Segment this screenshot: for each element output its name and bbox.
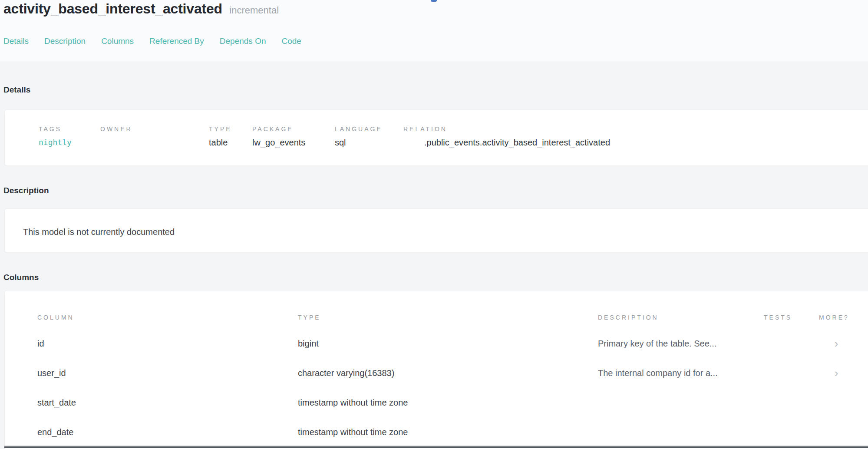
column-row-start-date[interactable]: start_date timestamp without time zone [5, 388, 868, 417]
columns-table-header: COLUMN TYPE DESCRIPTION TESTS MORE? [5, 312, 868, 323]
tab-columns[interactable]: Columns [101, 36, 134, 46]
package-label: PACKAGE [252, 125, 335, 132]
chevron-right-icon[interactable]: › [819, 369, 867, 377]
tab-description[interactable]: Description [44, 36, 86, 46]
tab-depends-on[interactable]: Depends On [220, 36, 266, 46]
details-card: TAGS nightly OWNER TYPE table PACKAGE lw… [4, 109, 868, 166]
model-type-badge: incremental [229, 5, 279, 16]
tab-referenced-by[interactable]: Referenced By [149, 36, 204, 46]
description-section-heading: Description [3, 186, 49, 195]
column-description: The internal company id for a... [598, 368, 764, 378]
detail-field-package: PACKAGE lw_go_events [252, 125, 335, 165]
title-row: activity_based_interest_activated increm… [3, 1, 279, 17]
column-row-end-date[interactable]: end_date timestamp without time zone [5, 417, 868, 447]
column-row-id[interactable]: id bigint Primary key of the table. See.… [5, 329, 868, 358]
column-type: character varying(16383) [298, 368, 598, 378]
column-type: timestamp without time zone [298, 427, 598, 437]
column-type: bigint [298, 339, 598, 349]
detail-field-tags: TAGS nightly [39, 125, 100, 165]
page-title: activity_based_interest_activated [3, 1, 222, 17]
header-tests: TESTS [764, 314, 819, 321]
detail-field-language: LANGUAGE sql [335, 125, 403, 165]
language-value: sql [335, 138, 403, 148]
anchor-tabs: Details Description Columns Referenced B… [3, 36, 301, 46]
tab-details[interactable]: Details [3, 36, 29, 46]
chevron-right-icon[interactable]: › [819, 339, 867, 348]
tags-label: TAGS [39, 125, 100, 132]
column-row-user-id[interactable]: user_id character varying(16383) The int… [5, 358, 868, 388]
relation-value: .public_events.activity_based_interest_a… [403, 138, 868, 148]
column-description: Primary key of the table. See... [598, 339, 764, 349]
description-card: This model is not currently documented [4, 208, 868, 253]
detail-field-type: TYPE table [209, 125, 252, 165]
owner-label: OWNER [100, 125, 209, 132]
language-label: LANGUAGE [335, 125, 403, 132]
column-type: timestamp without time zone [298, 398, 598, 408]
horizontal-scrollbar[interactable] [4, 446, 868, 448]
column-name: id [37, 339, 298, 349]
column-name: end_date [37, 427, 298, 437]
header-column: COLUMN [37, 314, 298, 321]
tab-code[interactable]: Code [281, 36, 301, 46]
header-more: MORE? [819, 314, 867, 321]
page-header: activity_based_interest_activated increm… [0, 0, 868, 62]
description-text: This model is not currently documented [23, 227, 868, 237]
tag-link-nightly[interactable]: nightly [39, 138, 100, 147]
header-description: DESCRIPTION [598, 314, 764, 321]
columns-section-heading: Columns [3, 273, 39, 282]
header-type: TYPE [298, 314, 598, 321]
column-name: start_date [37, 398, 298, 408]
package-value: lw_go_events [252, 138, 335, 148]
type-label: TYPE [209, 125, 252, 132]
details-section-heading: Details [3, 85, 30, 95]
type-value: table [209, 138, 252, 148]
clipped-link-fragment [431, 0, 437, 2]
detail-field-relation: RELATION .public_events.activity_based_i… [403, 125, 868, 165]
columns-card: COLUMN TYPE DESCRIPTION TESTS MORE? id b… [4, 290, 868, 449]
relation-label: RELATION [403, 125, 868, 132]
column-name: user_id [37, 368, 298, 378]
detail-field-owner: OWNER [100, 125, 209, 165]
